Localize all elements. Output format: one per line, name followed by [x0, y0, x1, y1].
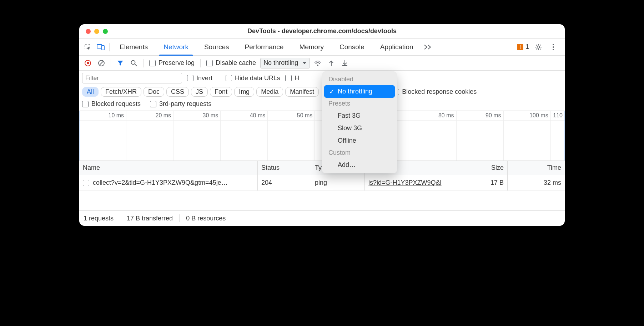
third-party-checkbox[interactable]: 3rd-party requests — [150, 100, 211, 108]
menu-item-offline[interactable]: Offline — [322, 134, 397, 147]
status-bar: 1 requests 17 B transferred 0 B resource… — [79, 211, 565, 226]
zoom-window-button[interactable] — [103, 29, 108, 34]
filter-input[interactable] — [82, 73, 182, 83]
invert-label: Invert — [196, 75, 212, 82]
tab-label: Network — [163, 43, 188, 51]
col-size[interactable]: Size — [454, 161, 508, 175]
preserve-log-checkbox[interactable]: Preserve log — [147, 59, 197, 67]
network-settings-gear-icon[interactable] — [549, 57, 560, 69]
hide-extension-checkbox[interactable]: H — [285, 75, 299, 82]
status-transferred: 17 B transferred — [127, 215, 173, 222]
throttling-menu: Disabled No throttling Presets Fast 3G S… — [322, 71, 397, 173]
svg-point-4 — [553, 44, 554, 45]
clear-icon[interactable] — [96, 57, 107, 69]
tab-label: Elements — [120, 43, 148, 51]
disable-cache-checkbox[interactable]: Disable cache — [204, 59, 258, 67]
separator — [200, 59, 201, 67]
throttling-dropdown[interactable]: No throttling — [260, 58, 310, 68]
separator — [546, 59, 546, 67]
type-css[interactable]: CSS — [166, 87, 189, 97]
disable-cache-label: Disable cache — [216, 59, 256, 67]
throttling-value: No throttling — [263, 59, 298, 67]
type-doc[interactable]: Doc — [144, 87, 164, 97]
menu-heading-custom: Custom — [322, 147, 397, 159]
request-name: collect?v=2&tid=G-H1Y3PXZW9Q&gtm=45je… — [93, 179, 228, 187]
tick-label: 10 ms — [108, 112, 124, 119]
tab-console[interactable]: Console — [332, 39, 372, 55]
hide-ext-label: H — [295, 75, 299, 82]
device-toolbar-icon[interactable] — [95, 41, 106, 53]
separator — [143, 59, 144, 67]
svg-point-5 — [553, 46, 554, 48]
col-status[interactable]: Status — [258, 161, 311, 175]
tab-label: Performance — [245, 43, 284, 51]
request-time: 32 ms — [544, 179, 561, 187]
table-row[interactable]: collect?v=2&tid=G-H1Y3PXZW9Q&gtm=45je… 2… — [79, 175, 565, 191]
menu-item-fast-3g[interactable]: Fast 3G — [322, 109, 397, 122]
window-title: DevTools - developer.chrome.com/docs/dev… — [79, 27, 565, 35]
request-initiator[interactable]: js?id=G-H1Y3PXZW9Q&l — [368, 179, 442, 187]
tab-elements[interactable]: Elements — [112, 39, 155, 55]
tab-performance[interactable]: Performance — [238, 39, 291, 55]
menu-heading-presets: Presets — [322, 98, 397, 109]
type-all[interactable]: All — [82, 87, 99, 97]
search-icon[interactable] — [128, 57, 140, 69]
tick-label: 40 ms — [250, 112, 266, 119]
kebab-menu-icon[interactable] — [548, 41, 559, 53]
hide-data-urls-label: Hide data URLs — [235, 75, 280, 82]
tick-label: 100 ms — [529, 112, 548, 119]
issues-badge[interactable]: ! 1 — [517, 43, 529, 51]
record-button[interactable] — [82, 57, 94, 69]
type-js[interactable]: JS — [191, 87, 208, 97]
type-manifest[interactable]: Manifest — [285, 87, 319, 97]
col-time[interactable]: Time — [508, 161, 565, 175]
request-type: ping — [315, 179, 327, 187]
menu-item-no-throttling[interactable]: No throttling — [324, 85, 395, 98]
hide-data-urls-checkbox[interactable]: Hide data URLs — [226, 75, 280, 82]
blocked-response-cookies-checkbox[interactable]: Blocked response cookies — [393, 88, 477, 96]
svg-rect-8 — [87, 62, 89, 64]
titlebar: DevTools - developer.chrome.com/docs/dev… — [79, 24, 565, 39]
tab-network[interactable]: Network — [156, 39, 196, 55]
tab-label: Application — [380, 43, 413, 51]
download-har-icon[interactable] — [339, 57, 351, 69]
tick-label: 90 ms — [485, 112, 501, 119]
third-party-label: 3rd-party requests — [159, 100, 211, 108]
type-font[interactable]: Font — [210, 87, 232, 97]
inspect-element-icon[interactable] — [82, 41, 94, 53]
menu-heading-disabled: Disabled — [322, 73, 397, 85]
type-img[interactable]: Img — [234, 87, 254, 97]
network-toolbar: Preserve log Disable cache No throttling — [79, 56, 565, 71]
network-conditions-icon[interactable] — [312, 57, 323, 69]
invert-checkbox[interactable]: Invert — [187, 75, 212, 82]
separator — [219, 74, 219, 82]
type-media[interactable]: Media — [256, 87, 283, 97]
chevron-down-icon — [302, 62, 307, 64]
blocked-requests-checkbox[interactable]: Blocked requests — [82, 100, 141, 108]
col-name[interactable]: Name — [79, 161, 258, 175]
close-window-button[interactable] — [86, 29, 91, 34]
tick-label: 80 ms — [438, 112, 454, 119]
tab-application[interactable]: Application — [373, 39, 421, 55]
menu-item-slow-3g[interactable]: Slow 3G — [322, 122, 397, 134]
more-tabs-icon[interactable] — [422, 41, 433, 53]
tab-memory[interactable]: Memory — [292, 39, 331, 55]
tick-label: 110 — [553, 112, 563, 119]
separator — [111, 59, 111, 67]
row-checkbox[interactable] — [83, 180, 89, 186]
filter-icon[interactable] — [115, 57, 126, 69]
svg-point-3 — [537, 46, 540, 48]
request-status: 204 — [261, 179, 272, 187]
warning-icon: ! — [517, 44, 523, 50]
tick-label: 20 ms — [156, 112, 171, 119]
settings-gear-icon[interactable] — [533, 41, 544, 53]
upload-har-icon[interactable] — [326, 57, 337, 69]
tab-sources[interactable]: Sources — [197, 39, 236, 55]
svg-rect-2 — [102, 46, 104, 50]
type-fetch-xhr[interactable]: Fetch/XHR — [101, 87, 141, 97]
request-size: 17 B — [490, 179, 504, 187]
menu-item-add[interactable]: Add… — [322, 159, 397, 171]
status-resources: 0 B resources — [186, 215, 226, 222]
minimize-window-button[interactable] — [94, 29, 99, 34]
svg-rect-1 — [97, 45, 102, 48]
